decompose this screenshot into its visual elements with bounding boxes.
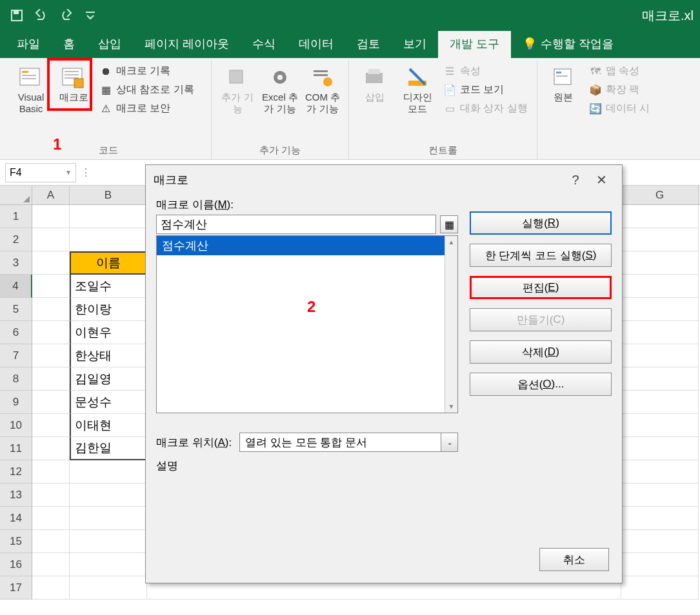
customize-qat-icon[interactable] (80, 5, 101, 26)
cell[interactable] (621, 205, 699, 228)
cell[interactable] (621, 321, 699, 344)
macro-security-button[interactable]: ⚠매크로 보안 (97, 101, 197, 117)
row-header[interactable]: 11 (0, 437, 32, 460)
cell[interactable] (70, 228, 147, 251)
col-header-b[interactable]: B (70, 186, 147, 204)
redo-icon[interactable] (55, 5, 76, 26)
row-header[interactable]: 7 (0, 344, 32, 367)
cell[interactable]: 이름 (70, 251, 147, 275)
relative-ref-button[interactable]: ▦상대 참조로 기록 (97, 82, 197, 98)
row-header[interactable]: 12 (0, 460, 32, 483)
row-header[interactable]: 2 (0, 228, 32, 251)
macro-name-input[interactable] (156, 215, 436, 234)
undo-icon[interactable] (31, 5, 52, 26)
cell[interactable] (621, 437, 699, 460)
cell[interactable]: 김한일 (70, 437, 147, 460)
design-mode-button[interactable]: 디자인 모드 (398, 62, 437, 117)
chevron-down-icon[interactable]: ▼ (65, 169, 72, 176)
row-header[interactable]: 10 (0, 414, 32, 437)
record-macro-button[interactable]: ⏺매크로 기록 (97, 63, 197, 79)
scroll-down-icon[interactable]: ▼ (446, 400, 457, 413)
options-button[interactable]: 옵션(O)... (470, 373, 612, 396)
row-header[interactable]: 4 (0, 275, 32, 298)
cell[interactable] (621, 553, 699, 576)
row-header[interactable]: 13 (0, 483, 32, 507)
cell[interactable] (70, 205, 147, 228)
cell[interactable] (32, 228, 70, 251)
macro-listbox[interactable]: 점수계산 ▲ ▼ (156, 235, 458, 413)
dialog-titlebar[interactable]: 매크로 ? ✕ (146, 165, 622, 195)
cell[interactable] (32, 275, 70, 298)
cell[interactable]: 이태현 (70, 414, 147, 437)
cell[interactable] (621, 298, 699, 321)
row-header[interactable]: 16 (0, 553, 32, 576)
fx-expand-icon[interactable]: ⋮ (79, 166, 93, 179)
tab-home[interactable]: 홈 (52, 31, 86, 58)
tab-data[interactable]: 데이터 (287, 31, 345, 58)
cell[interactable] (32, 530, 70, 553)
cell[interactable] (32, 437, 70, 460)
cell[interactable] (32, 414, 70, 437)
cell[interactable] (32, 205, 70, 228)
cell[interactable]: 이현우 (70, 321, 147, 344)
macros-button[interactable]: 매크로 (54, 62, 93, 106)
help-button[interactable]: ? (563, 173, 588, 188)
cell[interactable] (70, 483, 147, 507)
edit-button[interactable]: 편집(E) (470, 276, 612, 299)
reference-button[interactable]: ▦ (440, 215, 458, 233)
cell[interactable] (70, 530, 147, 553)
cell[interactable] (32, 298, 70, 321)
cell[interactable] (621, 414, 699, 437)
cell[interactable] (621, 483, 699, 507)
run-button[interactable]: 실행(R) (470, 211, 612, 235)
excel-addins-button[interactable]: Excel 추가 기능 (261, 62, 299, 117)
row-header[interactable]: 14 (0, 507, 32, 530)
cell[interactable] (32, 483, 70, 507)
tab-file[interactable]: 파일 (5, 31, 52, 58)
visual-basic-button[interactable]: Visual Basic (12, 62, 50, 117)
cell[interactable]: 한상태 (70, 344, 147, 367)
row-header[interactable]: 5 (0, 298, 32, 321)
tab-formulas[interactable]: 수식 (241, 31, 287, 58)
close-button[interactable]: ✕ (588, 172, 614, 188)
save-icon[interactable] (6, 5, 27, 26)
cell[interactable] (621, 576, 699, 600)
source-button[interactable]: 원본 (544, 62, 583, 106)
name-box[interactable]: F4 ▼ (5, 163, 76, 182)
select-all-corner[interactable] (0, 186, 32, 204)
cell[interactable] (621, 275, 699, 298)
cell[interactable] (621, 530, 699, 553)
row-header[interactable]: 1 (0, 205, 32, 228)
col-header-g[interactable]: G (621, 186, 699, 204)
tab-review[interactable]: 검토 (345, 31, 392, 58)
delete-button[interactable]: 삭제(D) (470, 340, 612, 364)
tab-insert[interactable]: 삽입 (86, 31, 133, 58)
cell[interactable] (621, 228, 699, 251)
cell[interactable] (70, 460, 147, 483)
cell[interactable] (70, 553, 147, 576)
com-addins-button[interactable]: COM 추가 기능 (303, 62, 342, 117)
cell[interactable] (32, 391, 70, 414)
view-code-button[interactable]: 📄코드 보기 (441, 82, 530, 98)
cell[interactable] (621, 507, 699, 530)
macro-list-item[interactable]: 점수계산 (157, 236, 457, 255)
cell[interactable] (70, 576, 147, 600)
cell[interactable] (621, 344, 699, 367)
cell[interactable] (32, 251, 70, 275)
cell[interactable] (621, 460, 699, 483)
scroll-up-icon[interactable]: ▲ (446, 236, 457, 248)
step-into-button[interactable]: 한 단계씩 코드 실행(S) (470, 244, 612, 267)
listbox-scrollbar[interactable]: ▲ ▼ (445, 236, 457, 413)
row-header[interactable]: 9 (0, 391, 32, 414)
cell[interactable]: 김일영 (70, 367, 147, 391)
row-header[interactable]: 8 (0, 367, 32, 391)
cell[interactable] (32, 367, 70, 391)
row-header[interactable]: 17 (0, 576, 32, 600)
col-header-a[interactable]: A (32, 186, 70, 204)
chevron-down-icon[interactable]: ⌄ (441, 433, 457, 451)
cell[interactable] (70, 507, 147, 530)
cell[interactable]: 한이랑 (70, 298, 147, 321)
cell[interactable] (621, 391, 699, 414)
cell[interactable]: 조일수 (70, 275, 147, 298)
cell[interactable] (32, 507, 70, 530)
